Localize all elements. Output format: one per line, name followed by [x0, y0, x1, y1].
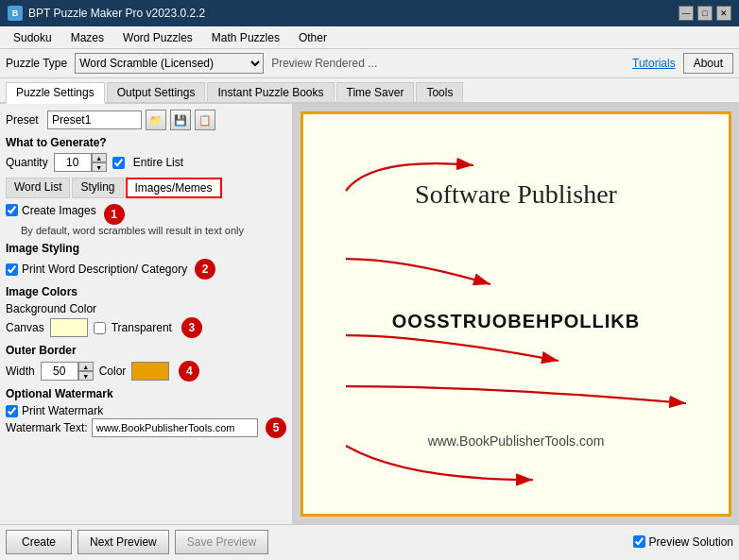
image-styling-title: Image Styling [6, 242, 286, 255]
print-watermark-row: Print Watermark [6, 404, 286, 417]
canvas-row: Canvas Transparent 3 [6, 317, 286, 338]
app-icon: B [8, 6, 23, 21]
save-preview-button[interactable]: Save Preview [175, 530, 268, 554]
image-colors-title: Image Colors [6, 285, 286, 298]
preview-solution-checkbox[interactable] [633, 535, 645, 548]
preview-label: Preview Rendered ... [271, 57, 625, 70]
entire-list-checkbox[interactable] [112, 157, 125, 169]
create-images-checkbox[interactable] [6, 204, 18, 216]
quantity-input[interactable] [54, 153, 92, 172]
minimize-button[interactable]: — [679, 6, 694, 21]
tab-instant-puzzle-books[interactable]: Instant Puzzle Books [207, 82, 334, 102]
create-images-section: Create Images 1 By default, word scrambl… [6, 204, 286, 236]
print-watermark-label: Print Watermark [22, 404, 103, 417]
watermark-section: Optional Watermark Print Watermark Water… [6, 387, 286, 438]
main-tabs: Puzzle Settings Output Settings Instant … [0, 78, 739, 104]
preview-box: Software Publisher OOSSTRUOBEHPOLLIKB ww… [301, 111, 731, 517]
image-colors-section: Image Colors Background Color Canvas Tra… [6, 285, 286, 338]
quantity-up[interactable]: ▲ [92, 153, 107, 162]
watermark-input[interactable] [92, 418, 258, 437]
preset-saveas-button[interactable]: 📋 [195, 110, 215, 130]
title-bar: B BPT Puzzle Maker Pro v2023.0.2.2 — □ ✕ [0, 0, 739, 26]
print-word-desc-label: Print Word Description/ Category [22, 263, 187, 276]
watermark-text-row: Watermark Text: 5 [6, 417, 286, 438]
menu-mazes[interactable]: Mazes [61, 29, 113, 46]
next-preview-button[interactable]: Next Preview [77, 530, 169, 554]
optional-watermark-title: Optional Watermark [6, 387, 286, 400]
badge-4: 4 [179, 361, 199, 382]
tab-time-saver[interactable]: Time Saver [336, 82, 415, 102]
sub-tab-word-list[interactable]: Word List [6, 178, 70, 198]
print-watermark-checkbox[interactable] [6, 405, 18, 417]
create-images-note: By default, word scrambles will result i… [21, 225, 286, 236]
badge-1: 1 [104, 204, 125, 225]
border-color-swatch[interactable] [131, 362, 169, 381]
menu-other[interactable]: Other [289, 29, 336, 46]
tab-output-settings[interactable]: Output Settings [107, 82, 206, 102]
main-content: Preset 📁 💾 📋 What to Generate? Quantity … [0, 104, 739, 524]
canvas-color-swatch[interactable] [50, 318, 88, 337]
watermark-text-label: Watermark Text: [6, 421, 88, 434]
badge-5: 5 [266, 417, 286, 438]
quantity-down[interactable]: ▼ [92, 162, 107, 172]
sub-tab-styling[interactable]: Styling [72, 178, 123, 198]
create-images-label: Create Images [22, 204, 96, 217]
title-bar-controls: — □ ✕ [679, 6, 731, 21]
tab-tools[interactable]: Tools [416, 82, 463, 102]
badge-3: 3 [181, 317, 202, 338]
what-to-generate-title: What to Generate? [6, 136, 286, 149]
menu-word-puzzles[interactable]: Word Puzzles [113, 29, 202, 46]
color-label: Color [99, 365, 127, 378]
badge-2: 2 [195, 259, 215, 280]
create-images-row: Create Images 1 [6, 204, 286, 225]
transparent-label: Transparent [112, 321, 172, 334]
outer-border-title: Outer Border [6, 344, 286, 357]
width-label: Width [6, 365, 35, 378]
preview-solution-label: Preview Solution [649, 535, 733, 549]
tutorials-link[interactable]: Tutorials [632, 57, 676, 70]
spinner-buttons: ▲ ▼ [92, 153, 107, 172]
bottom-bar: Create Next Preview Save Preview Preview… [0, 524, 739, 558]
create-button[interactable]: Create [6, 530, 72, 554]
close-button[interactable]: ✕ [716, 6, 731, 21]
quantity-row: Quantity ▲ ▼ Entire List [6, 153, 286, 172]
width-up[interactable]: ▲ [78, 362, 94, 371]
width-input[interactable] [41, 362, 78, 381]
preset-label: Preset [6, 113, 43, 127]
puzzle-type-label: Puzzle Type [6, 57, 67, 70]
print-word-row: Print Word Description/ Category 2 [6, 259, 286, 280]
width-spinner: ▲ ▼ [41, 362, 94, 381]
width-row: Width ▲ ▼ Color 4 [6, 361, 286, 382]
menu-bar: Sudoku Mazes Word Puzzles Math Puzzles O… [0, 26, 739, 49]
entire-list-label: Entire List [133, 156, 183, 169]
menu-math-puzzles[interactable]: Math Puzzles [202, 29, 289, 46]
preview-solution-row: Preview Solution [633, 535, 733, 549]
scramble-text: OOSSTRUOBEHPOLLIKB [392, 311, 640, 332]
toolbar: Puzzle Type Word Scramble (Licensed) Pre… [0, 49, 739, 78]
image-styling-section: Image Styling Print Word Description/ Ca… [6, 242, 286, 280]
menu-sudoku[interactable]: Sudoku [4, 29, 61, 46]
outer-border-section: Outer Border Width ▲ ▼ Color 4 [6, 344, 286, 382]
quantity-label: Quantity [6, 156, 48, 169]
puzzle-type-select[interactable]: Word Scramble (Licensed) [75, 53, 264, 74]
settings-panel: Preset 📁 💾 📋 What to Generate? Quantity … [0, 104, 293, 524]
tab-puzzle-settings[interactable]: Puzzle Settings [6, 82, 105, 104]
sub-tab-images-memes[interactable]: Images/Memes [126, 178, 222, 198]
width-down[interactable]: ▼ [78, 371, 94, 381]
sub-tabs: Word List Styling Images/Memes [6, 178, 286, 198]
transparent-checkbox[interactable] [94, 322, 106, 334]
restore-button[interactable]: □ [697, 6, 713, 21]
preset-folder-button[interactable]: 📁 [146, 110, 166, 130]
quantity-spinner: ▲ ▼ [54, 153, 107, 172]
print-word-desc-checkbox[interactable] [6, 263, 18, 276]
title-bar-text: BPT Puzzle Maker Pro v2023.0.2.2 [28, 7, 205, 20]
canvas-label: Canvas [6, 321, 44, 334]
preset-input[interactable] [47, 110, 142, 129]
preset-save-button[interactable]: 💾 [170, 110, 191, 130]
publisher-text: Software Publisher [415, 179, 617, 210]
preset-row: Preset 📁 💾 📋 [6, 110, 286, 130]
about-button[interactable]: About [683, 53, 733, 74]
preview-area: Software Publisher OOSSTRUOBEHPOLLIKB ww… [293, 104, 739, 524]
width-spinner-buttons: ▲ ▼ [78, 362, 94, 381]
watermark-display: www.BookPublisherTools.com [428, 433, 605, 449]
